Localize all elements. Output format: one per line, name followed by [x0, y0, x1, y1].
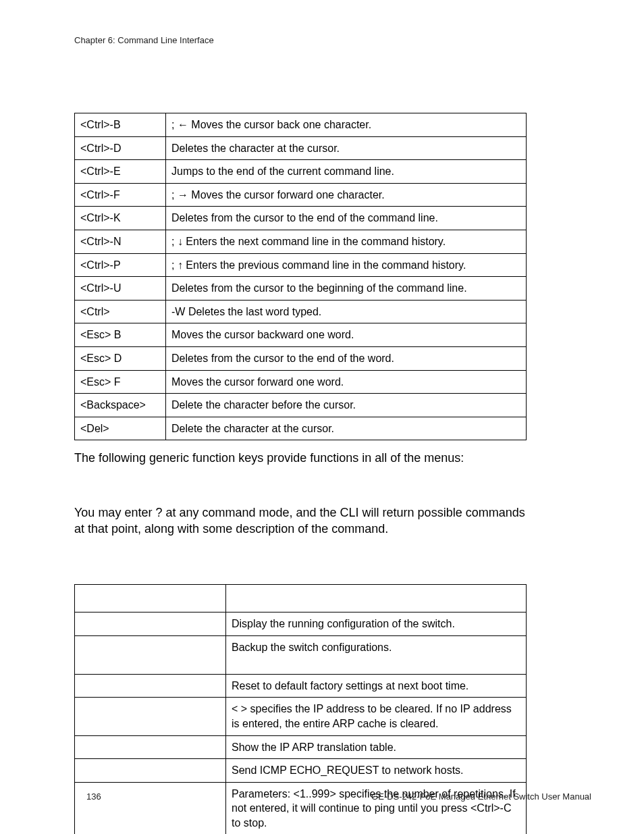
- key-cell: <Ctrl>-B: [75, 113, 166, 137]
- table-row: <Ctrl>-F; → Moves the cursor forward one…: [75, 183, 527, 207]
- cmd-cell: [75, 735, 226, 759]
- key-cell: <Ctrl>-U: [75, 277, 166, 301]
- table-row: Send ICMP ECHO_REQUEST to network hosts.: [75, 759, 527, 783]
- desc-cell: ; ← Moves the cursor back one character.: [166, 113, 527, 137]
- cmd-cell: [75, 635, 226, 674]
- table-row: Parameters: <1..999> specifies the numbe…: [75, 782, 527, 834]
- desc-cell: Moves the cursor backward one word.: [166, 323, 527, 347]
- paragraph: The following generic function keys prov…: [74, 450, 527, 466]
- key-cell: <Ctrl>-F: [75, 183, 166, 207]
- table-row: <Ctrl>-UDeletes from the cursor to the b…: [75, 277, 527, 301]
- manual-title: GE-DS-242-PoE Managed Ethernet Switch Us…: [371, 791, 591, 802]
- table-row: <Backspace>Delete the character before t…: [75, 394, 527, 417]
- table-row: < > specifies the IP address to be clear…: [75, 698, 527, 735]
- table-row: <Del>Delete the character at the cursor.: [75, 417, 527, 440]
- desc-cell: Display the running configuration of the…: [226, 613, 527, 636]
- key-cell: <Ctrl>-K: [75, 207, 166, 230]
- desc-cell: ; ↓ Enters the next command line in the …: [166, 230, 527, 253]
- key-cell: <Backspace>: [75, 394, 166, 417]
- desc-cell: Deletes the character at the cursor.: [166, 136, 527, 160]
- page-footer: 136 GE-DS-242-PoE Managed Ethernet Switc…: [86, 791, 591, 802]
- desc-cell: Deletes from the cursor to the end of th…: [166, 207, 527, 230]
- desc-cell: < > specifies the IP address to be clear…: [226, 698, 527, 735]
- desc-cell: ; ↑ Enters the previous command line in …: [166, 253, 527, 277]
- table-row: <Ctrl>-EJumps to the end of the current …: [75, 160, 527, 184]
- key-cell: <Esc> F: [75, 370, 166, 394]
- key-cell: <Esc> B: [75, 323, 166, 347]
- table-row: <Ctrl>-P; ↑ Enters the previous command …: [75, 253, 527, 277]
- table-row: <Ctrl>-N; ↓ Enters the next command line…: [75, 230, 527, 253]
- table-row: Backup the switch configurations.: [75, 635, 527, 674]
- desc-cell: Moves the cursor forward one word.: [166, 370, 527, 394]
- desc-cell: Deletes from the cursor to the end of th…: [166, 346, 527, 370]
- key-cell: <Esc> D: [75, 346, 166, 370]
- paragraph: You may enter ? at any command mode, and…: [74, 504, 527, 538]
- cmd-cell: [75, 585, 226, 613]
- table-row: <Ctrl>-DDeletes the character at the cur…: [75, 136, 527, 160]
- desc-cell: ; → Moves the cursor forward one charact…: [166, 183, 527, 207]
- page-number: 136: [86, 791, 101, 802]
- desc-cell: Backup the switch configurations.: [226, 635, 527, 674]
- key-cell: <Ctrl>-N: [75, 230, 166, 253]
- cmd-cell: [75, 782, 226, 834]
- table-row: Reset to default factory settings at nex…: [75, 674, 527, 698]
- desc-cell: Delete the character before the cursor.: [166, 394, 527, 417]
- key-cell: <Ctrl>-P: [75, 253, 166, 277]
- desc-cell: Reset to default factory settings at nex…: [226, 674, 527, 698]
- keybindings-table: <Ctrl>-B; ← Moves the cursor back one ch…: [74, 113, 527, 440]
- desc-cell: -W Deletes the last word typed.: [166, 300, 527, 323]
- desc-cell: Deletes from the cursor to the beginning…: [166, 277, 527, 301]
- key-cell: <Del>: [75, 417, 166, 440]
- desc-cell: [226, 585, 527, 613]
- key-cell: <Ctrl>: [75, 300, 166, 323]
- desc-cell: Show the IP ARP translation table.: [226, 735, 527, 759]
- table-row: <Ctrl>-KDeletes from the cursor to the e…: [75, 207, 527, 230]
- cmd-cell: [75, 613, 226, 636]
- desc-cell: Delete the character at the cursor.: [166, 417, 527, 440]
- table-row: <Ctrl>-W Deletes the last word typed.: [75, 300, 527, 323]
- table-row: <Esc> DDeletes from the cursor to the en…: [75, 346, 527, 370]
- desc-cell: Parameters: <1..999> specifies the numbe…: [226, 782, 527, 834]
- cmd-cell: [75, 698, 226, 735]
- table-row: <Ctrl>-B; ← Moves the cursor back one ch…: [75, 113, 527, 137]
- table-row: <Esc> FMoves the cursor forward one word…: [75, 370, 527, 394]
- table-row: <Esc> BMoves the cursor backward one wor…: [75, 323, 527, 347]
- table-row: Display the running configuration of the…: [75, 613, 527, 636]
- table-row: [75, 585, 527, 613]
- chapter-header: Chapter 6: Command Line Interface: [74, 35, 601, 45]
- desc-cell: Send ICMP ECHO_REQUEST to network hosts.: [226, 759, 527, 783]
- table-row: Show the IP ARP translation table.: [75, 735, 527, 759]
- desc-cell: Jumps to the end of the current command …: [166, 160, 527, 184]
- key-cell: <Ctrl>-D: [75, 136, 166, 160]
- cmd-cell: [75, 674, 226, 698]
- key-cell: <Ctrl>-E: [75, 160, 166, 184]
- cmd-cell: [75, 759, 226, 783]
